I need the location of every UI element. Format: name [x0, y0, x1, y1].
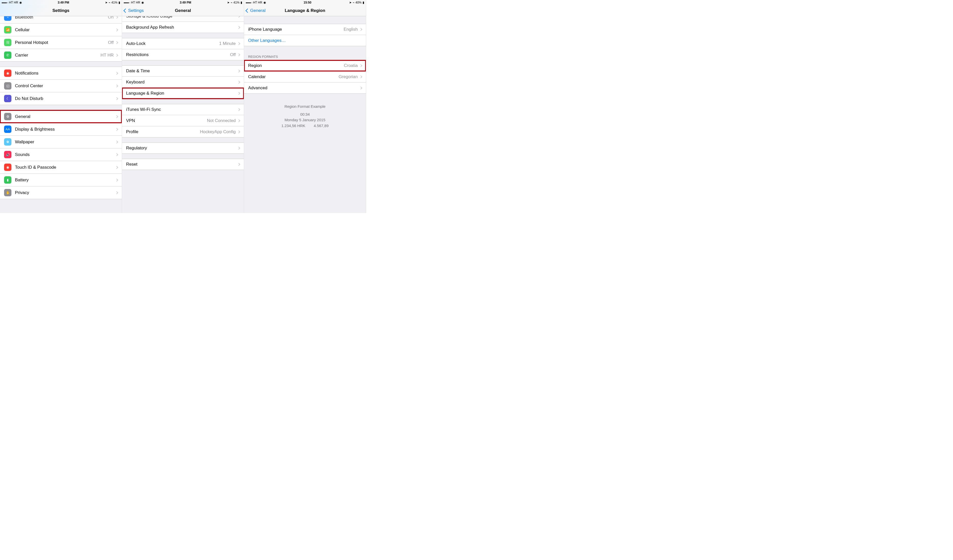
settings-row-auto-lock[interactable]: Auto-Lock1 Minute — [122, 38, 244, 49]
settings-row-other-languages[interactable]: Other Languages… — [244, 35, 366, 46]
settings-row-restrictions[interactable]: RestrictionsOff — [122, 49, 244, 60]
chevron-right-icon — [359, 64, 362, 67]
chevron-right-icon — [115, 54, 118, 57]
row-label: Calendar — [248, 74, 338, 79]
chevron-right-icon — [237, 130, 240, 133]
display-icon: AA — [4, 126, 11, 133]
settings-row-touch-id-passcode[interactable]: ◉Touch ID & Passcode — [0, 161, 122, 174]
settings-group: iTunes Wi-Fi SyncVPNNot ConnectedProfile… — [122, 104, 244, 138]
battery-percent: 40% — [355, 1, 362, 4]
row-label: Notifications — [15, 71, 116, 76]
row-label: Background App Refresh — [126, 25, 238, 30]
settings-row-vpn[interactable]: VPNNot Connected — [122, 115, 244, 126]
settings-group: Date & TimeKeyboardLanguage & Region — [122, 65, 244, 99]
status-bar: ●●●●○ HT HR ◉ 3:49 PM ➤ ⌁ 41% ▮ — [122, 0, 244, 5]
settings-group: ⌁BluetoothOn📶Cellular⛓Personal HotspotOf… — [0, 16, 122, 62]
settings-row-do-not-disturb[interactable]: ☾Do Not Disturb — [0, 92, 122, 105]
chevron-right-icon — [237, 42, 240, 45]
chevron-right-icon — [115, 16, 118, 19]
settings-row-keyboard[interactable]: Keyboard — [122, 77, 244, 88]
settings-row-advanced[interactable]: Advanced — [244, 82, 366, 94]
settings-row-personal-hotspot[interactable]: ⛓Personal HotspotOff — [0, 36, 122, 49]
settings-row-sounds[interactable]: 🔊Sounds — [0, 148, 122, 161]
settings-row-region[interactable]: RegionCroatia — [244, 60, 366, 71]
row-label: Display & Brightness — [15, 127, 116, 132]
row-label: Date & Time — [126, 68, 238, 74]
example-line3: 1.234,56 HRK 4.567,89 — [248, 123, 362, 129]
row-value: On — [108, 16, 114, 20]
settings-row-control-center[interactable]: ◱Control Center — [0, 80, 122, 92]
screen-settings: ●●●●○ HT HR ◉ 3:49 PM ➤ ⌁ 41% ▮ Settings… — [0, 0, 122, 213]
back-button[interactable]: General — [246, 8, 265, 13]
carrier-icon: ✆ — [4, 51, 11, 59]
chevron-left-icon — [124, 8, 128, 13]
page-title: General — [175, 8, 191, 13]
settings-row-display-brightness[interactable]: AADisplay & Brightness — [0, 123, 122, 136]
language-region-list[interactable]: iPhone LanguageEnglishOther Languages…RE… — [244, 16, 366, 213]
settings-group: Auto-Lock1 MinuteRestrictionsOff — [122, 38, 244, 60]
chevron-right-icon — [115, 141, 118, 143]
chevron-right-icon — [115, 72, 118, 74]
row-label: Restrictions — [126, 52, 230, 57]
settings-row-bluetooth[interactable]: ⌁BluetoothOn — [0, 16, 122, 23]
row-value: Off — [230, 52, 236, 57]
row-value: Off — [108, 40, 114, 45]
row-label: Sounds — [15, 152, 116, 157]
settings-row-cellular[interactable]: 📶Cellular — [0, 23, 122, 36]
dnd-icon: ☾ — [4, 95, 11, 102]
chevron-right-icon — [115, 191, 118, 194]
settings-row-general[interactable]: ⚙General — [0, 110, 122, 123]
settings-list[interactable]: ⌁BluetoothOn📶Cellular⛓Personal HotspotOf… — [0, 16, 122, 213]
status-bar: ●●●●○ HT HR ◉ 3:49 PM ➤ ⌁ 41% ▮ — [0, 0, 122, 5]
signal-dots-icon: ●●●●○ — [2, 1, 8, 4]
settings-row-storage-icloud-usage[interactable]: Storage & iCloud Usage — [122, 16, 244, 22]
wifi-icon: ◉ — [141, 1, 144, 4]
settings-row-reset[interactable]: Reset — [122, 159, 244, 170]
settings-row-background-app-refresh[interactable]: Background App Refresh — [122, 22, 244, 33]
chevron-right-icon — [237, 70, 240, 72]
bluetooth-icon: ⌁ — [353, 1, 354, 4]
battery-percent: 41% — [112, 1, 118, 4]
screen-general: ●●●●○ HT HR ◉ 3:49 PM ➤ ⌁ 41% ▮ Settings… — [122, 0, 244, 213]
hotspot-icon: ⛓ — [4, 39, 11, 46]
settings-row-iphone-language[interactable]: iPhone LanguageEnglish — [244, 24, 366, 35]
settings-row-notifications[interactable]: ◉Notifications — [0, 67, 122, 80]
sounds-icon: 🔊 — [4, 151, 11, 158]
settings-row-itunes-wi-fi-sync[interactable]: iTunes Wi-Fi Sync — [122, 104, 244, 115]
settings-row-battery[interactable]: ▮Battery — [0, 174, 122, 186]
chevron-right-icon — [115, 128, 118, 130]
row-label: Auto-Lock — [126, 41, 219, 46]
wallpaper-icon: ❁ — [4, 138, 11, 146]
chevron-right-icon — [115, 153, 118, 156]
back-button[interactable]: Settings — [124, 8, 144, 13]
battery-icon: ▮ — [241, 1, 242, 4]
location-icon: ➤ — [105, 1, 107, 4]
row-label: Do Not Disturb — [15, 96, 116, 101]
row-label: Carrier — [15, 53, 101, 58]
general-list[interactable]: Storage & iCloud UsageBackground App Ref… — [122, 16, 244, 213]
settings-row-profile[interactable]: ProfileHockeyApp Config — [122, 126, 244, 138]
carrier-label: HT HR — [253, 1, 262, 4]
row-label: Privacy — [15, 190, 116, 195]
signal-dots-icon: ●●●●○ — [124, 1, 130, 4]
row-label: Other Languages… — [248, 38, 362, 43]
chevron-right-icon — [237, 163, 240, 166]
group-header: REGION FORMATS — [244, 51, 366, 60]
settings-group: Storage & iCloud UsageBackground App Ref… — [122, 16, 244, 33]
row-label: Reset — [126, 162, 238, 167]
settings-row-carrier[interactable]: ✆CarrierHT HR — [0, 49, 122, 62]
chevron-right-icon — [237, 53, 240, 56]
settings-row-regulatory[interactable]: Regulatory — [122, 143, 244, 154]
row-label: iTunes Wi-Fi Sync — [126, 107, 238, 112]
settings-row-privacy[interactable]: ✋Privacy — [0, 186, 122, 199]
battery-icon: ▮ — [4, 176, 11, 184]
row-label: VPN — [126, 118, 207, 123]
control-center-icon: ◱ — [4, 82, 11, 90]
settings-row-calendar[interactable]: CalendarGregorian — [244, 71, 366, 82]
settings-row-wallpaper[interactable]: ❁Wallpaper — [0, 136, 122, 148]
example-line1: 00:34 — [248, 112, 362, 118]
chevron-right-icon — [237, 92, 240, 95]
settings-row-date-time[interactable]: Date & Time — [122, 65, 244, 77]
chevron-right-icon — [237, 119, 240, 122]
settings-row-language-region[interactable]: Language & Region — [122, 88, 244, 99]
